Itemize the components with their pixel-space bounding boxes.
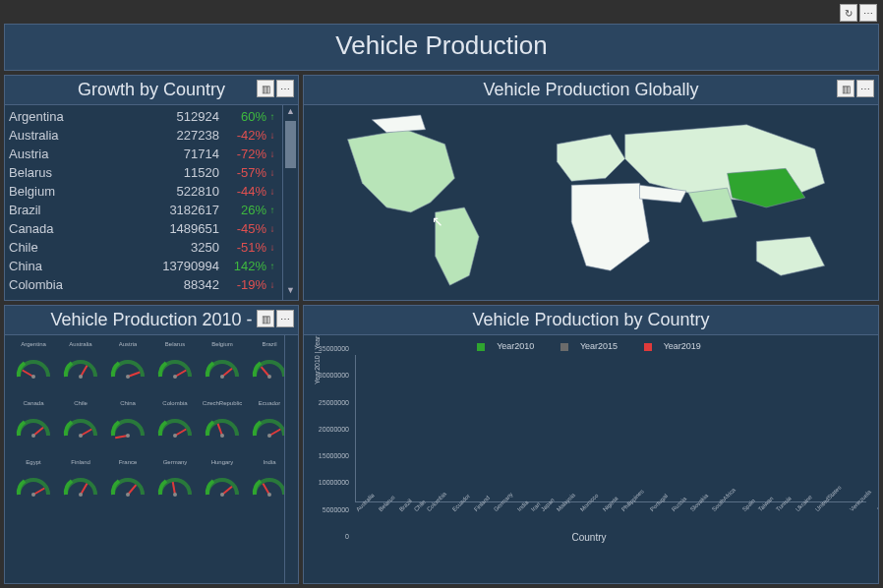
gauge-dial bbox=[156, 351, 194, 381]
growth-pct: -72% bbox=[219, 147, 266, 161]
growth-pct: -57% bbox=[219, 165, 266, 180]
gauge-scrollbar[interactable] bbox=[284, 335, 298, 583]
growth-country: Australia bbox=[9, 128, 147, 143]
gauge[interactable]: China bbox=[105, 400, 150, 457]
gauge-label: Australia bbox=[69, 341, 91, 351]
gauge-label: Ecuador bbox=[259, 400, 280, 410]
scroll-up-icon[interactable]: ▲ bbox=[283, 106, 298, 120]
growth-row[interactable]: Austria71714-72%↓ bbox=[9, 145, 278, 163]
gauge[interactable]: Belarus bbox=[152, 341, 198, 398]
growth-row[interactable]: Chile3250-51%↓ bbox=[9, 238, 278, 257]
map-more-button[interactable]: ⋯ bbox=[856, 80, 874, 97]
gauge-dial bbox=[62, 469, 99, 499]
gauge-dial bbox=[109, 410, 147, 440]
growth-chart-button[interactable]: ▥ bbox=[257, 80, 274, 97]
gauge-label: Finland bbox=[71, 459, 90, 469]
gauge-label: Belgium bbox=[211, 341, 233, 351]
growth-country: Argentina bbox=[9, 109, 147, 124]
svg-point-17 bbox=[126, 434, 130, 438]
growth-country: Brazil bbox=[9, 203, 147, 217]
map-title-text: Vehicle Production Globally bbox=[483, 80, 698, 99]
gauge-dial bbox=[62, 410, 99, 440]
svg-point-21 bbox=[220, 434, 224, 438]
gauge[interactable]: CzechRepublic bbox=[200, 400, 245, 457]
growth-pct: 26% bbox=[219, 203, 266, 217]
growth-country: Austria bbox=[9, 147, 147, 161]
x-labels: AustraliaBelarusBrazilChileColombiaEcuad… bbox=[355, 502, 866, 530]
gauges-chart-button[interactable]: ▥ bbox=[257, 310, 274, 327]
growth-pct: 142% bbox=[219, 259, 266, 273]
gauge[interactable]: Hungary bbox=[200, 459, 245, 516]
growth-arrow-icon: ↑ bbox=[266, 111, 278, 122]
legend-swatch-2015 bbox=[560, 343, 568, 351]
gauge[interactable]: Belgium bbox=[200, 341, 245, 398]
x-tick-label: Zimbabwe bbox=[876, 489, 878, 527]
growth-more-button[interactable]: ⋯ bbox=[276, 80, 294, 97]
scroll-down-icon[interactable]: ▼ bbox=[283, 285, 298, 299]
map-europe bbox=[557, 135, 624, 182]
svg-point-19 bbox=[173, 434, 177, 438]
gauge[interactable]: Austria bbox=[105, 341, 150, 398]
gauge[interactable]: Chile bbox=[58, 400, 103, 457]
y-tick-label: 15000000 bbox=[319, 452, 349, 459]
growth-pct: -19% bbox=[219, 277, 266, 292]
growth-row[interactable]: Canada1489651-45%↓ bbox=[9, 219, 278, 238]
gauge[interactable]: Colombia bbox=[152, 400, 198, 457]
growth-row[interactable]: Belgium522810-44%↓ bbox=[9, 182, 278, 201]
svg-point-15 bbox=[79, 434, 83, 438]
svg-point-1 bbox=[31, 375, 35, 379]
gauge-dial bbox=[204, 351, 241, 381]
map-svg bbox=[304, 105, 878, 300]
refresh-button[interactable]: ↻ bbox=[840, 4, 857, 22]
growth-row[interactable]: Argentina51292460%↑ bbox=[9, 107, 278, 126]
svg-point-11 bbox=[267, 375, 271, 379]
gauge[interactable]: France bbox=[105, 459, 150, 516]
growth-pct: -45% bbox=[219, 221, 266, 236]
barchart-area[interactable] bbox=[355, 355, 866, 502]
map-greenland bbox=[372, 115, 425, 133]
gauge-label: Canada bbox=[23, 400, 43, 410]
scroll-thumb[interactable] bbox=[285, 121, 296, 168]
svg-point-33 bbox=[220, 493, 224, 497]
world-map[interactable]: ↖ bbox=[304, 105, 878, 300]
growth-arrow-icon: ↑ bbox=[266, 261, 278, 271]
growth-pct: 60% bbox=[219, 109, 266, 124]
gauge-dial bbox=[251, 469, 288, 499]
map-title: Vehicle Production Globally ▥ ⋯ bbox=[304, 76, 878, 105]
growth-country: China bbox=[9, 259, 147, 273]
growth-scrollbar[interactable]: ▲ ▼ bbox=[282, 105, 298, 300]
gauge[interactable]: Egypt bbox=[11, 459, 56, 516]
barchart-legend: Year2010 Year2015 Year2019 bbox=[308, 339, 870, 355]
map-australia bbox=[756, 237, 824, 276]
map-chart-button[interactable]: ▥ bbox=[837, 80, 854, 97]
gauge[interactable]: Australia bbox=[58, 341, 103, 398]
gauges-more-button[interactable]: ⋯ bbox=[276, 310, 294, 327]
y-ticks: 0500000010000000150000002000000025000000… bbox=[308, 355, 351, 543]
gauge-label: China bbox=[120, 400, 136, 410]
gauge-label: CzechRepublic bbox=[203, 400, 242, 410]
growth-row[interactable]: Brazil318261726%↑ bbox=[9, 201, 278, 219]
growth-row[interactable]: Belarus11520-57%↓ bbox=[9, 163, 278, 182]
svg-point-23 bbox=[267, 434, 271, 438]
svg-point-13 bbox=[31, 434, 35, 438]
growth-country: Canada bbox=[9, 221, 147, 236]
svg-point-9 bbox=[220, 375, 224, 379]
gauge[interactable]: Germany bbox=[152, 459, 198, 516]
gauge[interactable]: Canada bbox=[11, 400, 56, 457]
y-tick-label: 25000000 bbox=[319, 398, 349, 405]
growth-row[interactable]: Colombia88342-19%↓ bbox=[9, 275, 278, 294]
gauge[interactable]: Argentina bbox=[11, 341, 56, 398]
growth-row[interactable]: China13790994142%↑ bbox=[9, 257, 278, 275]
growth-country: Belarus bbox=[9, 165, 147, 180]
dashboard-title: Vehicle Production bbox=[4, 24, 879, 71]
bars-container bbox=[355, 355, 866, 502]
barchart-title-text: Vehicle Production by Country bbox=[472, 310, 709, 329]
growth-arrow-icon: ↓ bbox=[266, 186, 278, 197]
growth-value: 3250 bbox=[147, 240, 219, 255]
growth-row[interactable]: Australia227238-42%↓ bbox=[9, 126, 278, 145]
more-button[interactable]: ⋯ bbox=[859, 4, 877, 22]
growth-title-text: Growth by Country bbox=[78, 80, 225, 99]
gauge[interactable]: Finland bbox=[58, 459, 103, 516]
growth-arrow-icon: ↓ bbox=[266, 148, 278, 159]
gauge-label: Austria bbox=[119, 341, 138, 351]
